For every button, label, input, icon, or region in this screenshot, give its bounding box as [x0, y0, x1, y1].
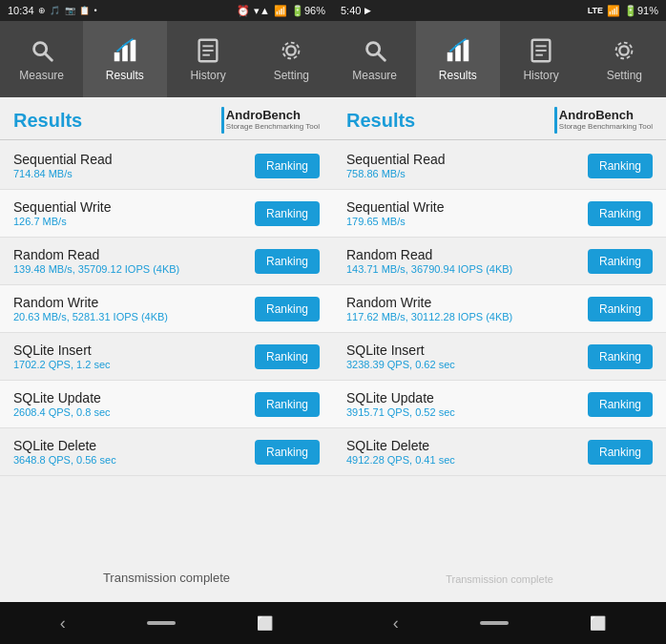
- bench-name: Random Read: [13, 247, 179, 262]
- ranking-button[interactable]: Ranking: [588, 440, 653, 465]
- ranking-button[interactable]: Ranking: [588, 344, 653, 369]
- chart-icon-1: [111, 36, 139, 65]
- nav-results-1[interactable]: Results: [83, 21, 166, 97]
- bench-name: Random Write: [346, 295, 512, 310]
- ranking-button[interactable]: Ranking: [255, 249, 320, 274]
- ranking-button[interactable]: Ranking: [588, 201, 653, 226]
- time-2: 5:40: [341, 5, 361, 16]
- bench-item: Random Read 143.71 MB/s, 36790.94 IOPS (…: [333, 238, 666, 285]
- status-bar-2: 5:40 ▶ LTE 📶 🔋91%: [333, 0, 666, 21]
- ranking-button[interactable]: Ranking: [255, 440, 320, 465]
- ranking-button[interactable]: Ranking: [255, 297, 320, 322]
- bench-item: Random Write 20.63 MB/s, 5281.31 IOPS (4…: [0, 285, 333, 333]
- history-icon-2: [527, 36, 555, 65]
- home-button-1[interactable]: [147, 621, 176, 625]
- status-left-1: 10:34 ⊕ 🎵 📷 📋 •: [8, 5, 98, 16]
- bench-item: Random Write 117.62 MB/s, 30112.28 IOPS …: [333, 285, 666, 333]
- bench-item: SQLite Delete 3648.8 QPS, 0.56 sec Ranki…: [0, 428, 333, 476]
- ranking-button[interactable]: Ranking: [255, 154, 320, 178]
- logo-main-1: AndroBench: [226, 109, 320, 122]
- forward-icon: ▶: [364, 6, 371, 15]
- alarm-icon: ⏰: [237, 5, 250, 17]
- bench-info: Random Read 139.48 MB/s, 35709.12 IOPS (…: [13, 247, 179, 275]
- signal-icon-1: ▾▲: [254, 5, 270, 17]
- ranking-button[interactable]: Ranking: [255, 392, 320, 417]
- ranking-button[interactable]: Ranking: [255, 344, 320, 369]
- nav-label-setting-2: Setting: [607, 69, 642, 82]
- nav-label-history-1: History: [190, 69, 225, 82]
- bench-info: Random Write 117.62 MB/s, 30112.28 IOPS …: [346, 295, 512, 322]
- svg-point-20: [620, 46, 629, 54]
- nav-label-results-2: Results: [439, 69, 477, 82]
- nav-history-1[interactable]: History: [167, 21, 250, 97]
- bench-list-1: Sequential Read 714.84 MB/s Ranking Sequ…: [0, 142, 333, 553]
- bench-item: SQLite Update 2608.4 QPS, 0.8 sec Rankin…: [0, 381, 333, 428]
- bench-value: 117.62 MB/s, 30112.28 IOPS (4KB): [346, 311, 512, 322]
- results-header-2: Results AndroBench Storage Benchmarking …: [333, 97, 666, 139]
- ranking-button[interactable]: Ranking: [588, 249, 653, 274]
- chart-icon-2: [444, 36, 472, 65]
- ranking-button[interactable]: Ranking: [588, 297, 653, 322]
- ranking-button[interactable]: Ranking: [588, 154, 653, 178]
- transmission-msg-2: Transmission complete: [333, 556, 666, 602]
- back-button-2[interactable]: ‹: [393, 613, 399, 634]
- status-right-2: LTE 📶 🔋91%: [588, 5, 658, 17]
- nav-measure-1[interactable]: Measure: [0, 21, 83, 97]
- wifi-icon-1: 📶: [274, 5, 287, 17]
- bench-value: 2608.4 QPS, 0.8 sec: [13, 406, 111, 418]
- nav-measure-2[interactable]: Measure: [333, 21, 416, 97]
- bench-info: SQLite Update 3915.71 QPS, 0.52 sec: [346, 390, 455, 418]
- home-button-2[interactable]: [480, 621, 509, 625]
- signal-icon-2: 📶: [607, 5, 620, 17]
- bench-name: SQLite Update: [346, 390, 455, 405]
- recents-button-1[interactable]: ⬜: [257, 615, 273, 631]
- ranking-button[interactable]: Ranking: [255, 201, 320, 226]
- bench-item: SQLite Delete 4912.28 QPS, 0.41 sec Rank…: [333, 428, 666, 476]
- svg-line-12: [377, 53, 385, 61]
- bench-name: Sequential Read: [13, 152, 113, 167]
- bench-info: SQLite Insert 1702.2 QPS, 1.2 sec: [13, 343, 111, 370]
- bench-value: 4912.28 QPS, 0.41 sec: [346, 454, 455, 466]
- bench-value: 714.84 MB/s: [13, 168, 113, 179]
- svg-rect-13: [447, 52, 453, 61]
- nav-setting-1[interactable]: Setting: [250, 21, 333, 97]
- nav-bar-2: Measure Results History: [333, 21, 666, 97]
- bench-value: 139.48 MB/s, 35709.12 IOPS (4KB): [13, 263, 179, 275]
- svg-point-21: [616, 43, 633, 59]
- bench-info: SQLite Delete 4912.28 QPS, 0.41 sec: [346, 438, 455, 466]
- nav-label-history-2: History: [523, 69, 558, 82]
- svg-rect-15: [464, 40, 469, 62]
- bench-info: Sequential Read 758.86 MB/s: [346, 152, 446, 179]
- ranking-button[interactable]: Ranking: [588, 392, 653, 417]
- content-2: Results AndroBench Storage Benchmarking …: [333, 97, 666, 602]
- logo-sub-1: Storage Benchmarking Tool: [226, 123, 320, 132]
- nav-history-2[interactable]: History: [500, 21, 583, 97]
- back-button-1[interactable]: ‹: [60, 613, 66, 634]
- nav-results-2[interactable]: Results: [416, 21, 499, 97]
- logo-1: AndroBench Storage Benchmarking Tool: [221, 107, 320, 134]
- logo-main-2: AndroBench: [559, 109, 653, 122]
- phone-2: 5:40 ▶ LTE 📶 🔋91% Measure Results: [333, 0, 666, 644]
- svg-point-9: [287, 46, 296, 54]
- logo-bar-2: [554, 107, 557, 134]
- gear-icon-1: [277, 36, 305, 65]
- bench-value: 3915.71 QPS, 0.52 sec: [346, 406, 455, 418]
- nav-label-measure-1: Measure: [19, 69, 64, 82]
- results-header-1: Results AndroBench Storage Benchmarking …: [0, 97, 333, 139]
- bottom-bar-2: ‹ ⬜: [333, 602, 666, 644]
- bench-value: 126.7 MB/s: [13, 216, 111, 227]
- bench-item: Sequential Write 179.65 MB/s Ranking: [333, 190, 666, 238]
- history-icon-1: [194, 36, 222, 65]
- bench-value: 20.63 MB/s, 5281.31 IOPS (4KB): [13, 311, 168, 322]
- bench-name: SQLite Insert: [13, 343, 111, 358]
- bench-info: Random Write 20.63 MB/s, 5281.31 IOPS (4…: [13, 295, 168, 322]
- bench-name: SQLite Update: [13, 390, 111, 405]
- bench-item: SQLite Insert 3238.39 QPS, 0.62 sec Rank…: [333, 333, 666, 381]
- logo-text-1: AndroBench Storage Benchmarking Tool: [226, 109, 320, 131]
- bench-name: SQLite Insert: [346, 343, 455, 358]
- bench-info: Random Read 143.71 MB/s, 36790.94 IOPS (…: [346, 247, 512, 275]
- bench-list-2: Sequential Read 758.86 MB/s Ranking Sequ…: [333, 142, 666, 556]
- nav-setting-2[interactable]: Setting: [583, 21, 666, 97]
- battery-icon-2: 🔋91%: [624, 5, 658, 17]
- recents-button-2[interactable]: ⬜: [590, 615, 606, 631]
